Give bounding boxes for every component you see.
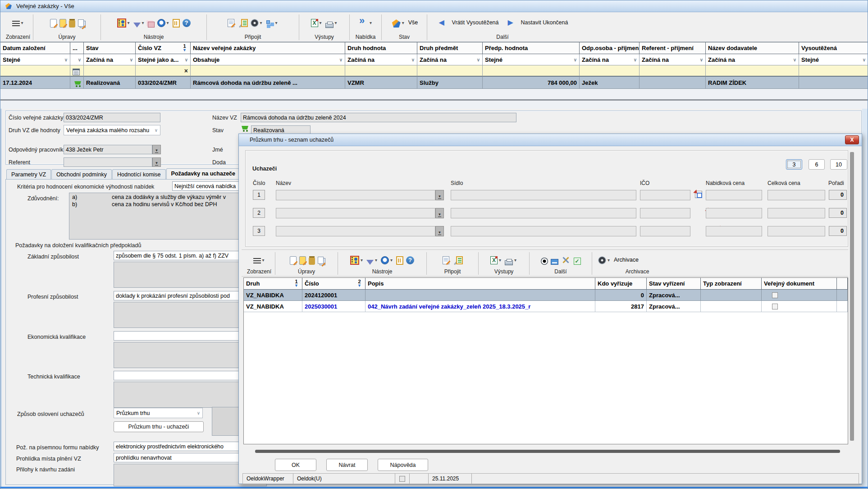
column-header[interactable]: Druh hodnota (345, 42, 417, 54)
uchazec-poradi-field[interactable]: 0 (829, 190, 847, 200)
filter-value-input[interactable] (706, 65, 799, 77)
uchazec-nabidkova-field[interactable] (706, 190, 762, 200)
state-pentagon-icon[interactable] (392, 19, 401, 28)
table-cell-odp-osoba[interactable]: Ježek (580, 77, 640, 89)
column-header[interactable]: Kdo vyřizuje (595, 278, 647, 290)
chevron-down-icon[interactable] (21, 20, 26, 25)
uchazec-nazev-picker-button[interactable] (435, 190, 444, 200)
nastavit-ukoncena-button[interactable]: Nastavit Ukončená (503, 18, 572, 28)
ok-button[interactable]: OK (275, 459, 316, 471)
column-header[interactable]: Datum založení (0, 42, 70, 54)
new-record-icon[interactable] (50, 19, 57, 28)
column-header[interactable]: Veřejný dokument (762, 278, 837, 290)
view-mode-icon[interactable] (12, 21, 20, 27)
filter-operator-select[interactable]: Začíná na∨ (417, 54, 483, 65)
table-cell-predp-hodnota[interactable]: 784 000,00 (483, 77, 580, 89)
filter-operator-select[interactable]: Začíná na∨ (580, 54, 640, 65)
excel-export-icon[interactable] (311, 19, 318, 27)
column-header[interactable]: Stav (84, 42, 136, 54)
vertical-scrollbar[interactable] (850, 152, 854, 441)
help-icon[interactable] (406, 256, 414, 264)
column-header[interactable]: Druh předmět (417, 42, 483, 54)
vratit-vysoutezena-button[interactable]: Vrátit Vysoutěžená (434, 18, 503, 28)
chevron-down-icon[interactable] (260, 20, 265, 25)
filter-value-input[interactable] (0, 65, 70, 77)
odp-pracovnik-field[interactable]: 438 Ježek Petr (64, 145, 152, 154)
uchazec-sidlo-field[interactable] (451, 208, 636, 218)
filter-operator-select[interactable]: ∨ (70, 54, 84, 65)
filter-value-input[interactable] (84, 65, 136, 77)
filter-operator-select[interactable]: Stejné∨ (0, 54, 70, 65)
filter-value-input[interactable] (580, 65, 640, 77)
chevron-down-icon[interactable] (370, 20, 374, 25)
printer-icon[interactable] (325, 23, 333, 28)
zpusob-combo[interactable]: Průzkum trhu∨ (114, 408, 203, 418)
help-icon[interactable] (183, 19, 191, 27)
column-header[interactable]: Název veřejné zakázky (191, 42, 345, 54)
edit-record-icon[interactable] (299, 256, 306, 265)
checklist-icon[interactable] (241, 19, 248, 27)
doc-cell-verejny[interactable] (762, 301, 837, 312)
note-edit-icon[interactable] (443, 256, 449, 264)
column-header[interactable]: Typ zobrazení (701, 278, 762, 290)
close-icon[interactable]: X (845, 135, 859, 144)
copy-record-icon[interactable] (318, 257, 324, 264)
filter-value-input[interactable]: × (136, 65, 191, 77)
count-6-button[interactable]: 6 (809, 159, 825, 170)
workflow-icon[interactable] (266, 20, 274, 28)
check-confirm-icon[interactable] (574, 258, 581, 265)
filter-operator-select[interactable]: Začíná na∨ (84, 54, 136, 65)
chevron-down-icon[interactable] (320, 20, 324, 25)
delete-record-icon[interactable] (309, 258, 315, 265)
column-header[interactable]: Stav vyřízení (647, 278, 701, 290)
doc-cell-typ[interactable] (701, 301, 762, 312)
filter-operator-select[interactable]: Stejné∨ (799, 54, 868, 65)
column-header[interactable]: Číslo VZ1▼ (136, 42, 191, 54)
column-header[interactable]: Vysoutěžená (799, 42, 868, 54)
checkbox[interactable] (772, 292, 778, 298)
uchazec-nazev-picker-button[interactable] (435, 208, 444, 218)
doc-cell-typ[interactable] (701, 290, 762, 301)
note-edit-icon[interactable] (228, 19, 234, 27)
table-cell-nazev[interactable]: Rámcová dohoda na údržbu zeleně ... (191, 77, 345, 89)
chevron-down-icon[interactable] (275, 20, 280, 25)
new-record-icon[interactable] (290, 256, 297, 265)
state-filter-value[interactable]: Vše (408, 19, 418, 26)
chevron-down-icon[interactable] (499, 258, 503, 263)
uchazec-poradi-field[interactable]: 0 (829, 226, 847, 236)
filter-operator-select[interactable]: Začíná na∨ (706, 54, 799, 65)
doc-cell-kdo[interactable]: 2817 (595, 301, 647, 312)
tab-obchodni-podminky[interactable]: Obchodní podmínky (51, 169, 112, 180)
archivace-button[interactable]: Archivace (614, 257, 639, 263)
minimize-window-icon[interactable] (551, 259, 558, 265)
filter-funnel-icon[interactable] (133, 23, 141, 28)
settings-sliders-icon[interactable] (173, 19, 180, 28)
filter-operator-select[interactable]: Začíná na∨ (345, 54, 417, 65)
doc-cell-kdo[interactable]: 0 (595, 290, 647, 301)
uchazec-ico-field[interactable] (640, 226, 690, 236)
cd-media-icon[interactable] (251, 19, 259, 27)
view-mode-icon[interactable] (253, 258, 261, 264)
uchazec-nazev-picker-button[interactable] (435, 226, 444, 236)
excel-export-icon[interactable] (490, 256, 498, 264)
eye-icon[interactable] (541, 258, 548, 265)
table-cell-dodavatel[interactable]: RADIM ZÍDEK (706, 77, 799, 89)
table-cell-datum[interactable]: 17.12.2024 (0, 77, 70, 89)
table-cell-referent[interactable] (640, 77, 706, 89)
settings-sliders-icon[interactable] (396, 256, 403, 265)
doc-cell-popis[interactable] (365, 290, 595, 301)
uchazec-nabidkova-field[interactable] (706, 208, 762, 218)
calendar-icon[interactable] (73, 69, 80, 75)
chevron-down-icon[interactable] (608, 258, 612, 263)
uchazec-nazev-field[interactable] (276, 208, 435, 218)
druh-vz-combo[interactable]: Veřejná zakázka malého rozsahu∨ (64, 125, 160, 135)
referent-picker-button[interactable] (152, 157, 161, 167)
history-clock-icon[interactable] (157, 19, 165, 27)
filter-active-icon[interactable] (350, 256, 359, 265)
column-header[interactable]: Druh1▼ (244, 278, 302, 290)
uchazec-sidlo-field[interactable] (451, 226, 636, 236)
column-header[interactable]: Odp.osoba - příjmení (580, 42, 640, 54)
filter-active-icon[interactable] (117, 18, 126, 28)
doc-cell-druh[interactable]: VZ_NABIDKA (244, 301, 302, 312)
column-header[interactable]: Číslo2▼ (302, 278, 365, 290)
